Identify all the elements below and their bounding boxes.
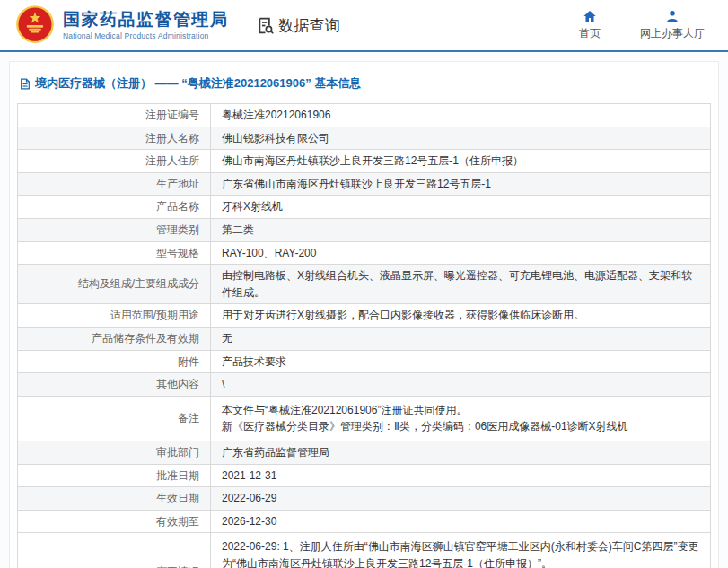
row-label: 结构及组成/主要组成成分 [18,265,211,304]
row-label: 注册证编号 [18,104,211,127]
national-emblem-icon [15,5,55,45]
row-value: 粤械注准20212061906 [211,104,711,127]
row-value: RAY-100、RAY-200 [211,241,711,265]
table-row: 变更情况2022-06-29: 1、注册人住所由“佛山市南海区狮山镇官窑平塘工业… [18,533,711,568]
row-label: 型号规格 [18,241,211,265]
content-panel: 境内医疗器械（注册） —— “粤械注准20212061906” 基本信息 注册证… [9,61,719,568]
agency-name-zh: 国家药品监督管理局 [63,10,229,30]
table-row: 附件产品技术要求 [18,350,711,373]
site-header: 国家药品监督管理局 National Medical Products Admi… [0,0,728,52]
user-icon [665,9,680,23]
row-value: 2022-06-29: 1、注册人住所由“佛山市南海区狮山镇官窑平塘工业区内(永… [211,533,711,568]
header-nav: 首页 网上办事大厅 [572,9,705,41]
page-title-text: 境内医疗器械（注册） —— “粤械注准20212061906” 基本信息 [35,75,361,92]
row-value: 产品技术要求 [211,350,711,373]
row-label: 其他内容 [18,373,211,397]
agency-name: 国家药品监督管理局 National Medical Products Admi… [63,10,229,40]
data-query-label: 数据查询 [279,15,340,36]
row-value: 第二类 [211,218,711,241]
row-label: 生效日期 [18,487,211,511]
table-row: 其他内容\ [18,373,711,397]
row-value: 本文件与“粤械注准20212061906”注册证共同使用。 新《医疗器械分类目录… [211,396,711,441]
table-row: 产品储存条件及有效期无 [18,327,711,350]
row-value: 佛山市南海区丹灶镇联沙上良开发三路12号五层-1（住所申报） [211,150,711,173]
row-label: 产品储存条件及有效期 [18,327,211,350]
row-label: 产品名称 [18,196,211,219]
table-row: 适用范围/预期用途用于对牙齿进行X射线摄影，配合口内影像接收器，获得影像供临床诊… [18,304,711,328]
agency-logo: 国家药品监督管理局 National Medical Products Admi… [15,5,229,45]
home-icon [583,9,597,23]
row-label: 备注 [18,396,211,441]
row-value: 牙科X射线机 [211,196,711,219]
row-value: 2022-06-29 [211,487,711,511]
row-label: 生产地址 [18,172,211,196]
row-label: 审批部门 [18,441,211,464]
table-row: 备注本文件与“粤械注准20212061906”注册证共同使用。 新《医疗器械分类… [18,396,711,441]
nav-service-hall-label: 网上办事大厅 [640,26,705,41]
table-row: 注册人名称佛山锐影科技有限公司 [18,127,711,150]
row-label: 附件 [18,350,211,373]
nav-home-label: 首页 [579,26,601,41]
row-label: 适用范围/预期用途 [18,304,211,328]
table-row: 生效日期2022-06-29 [18,487,711,511]
row-value: 广东省佛山市南海区丹灶镇联沙上良开发三路12号五层-1 [211,172,711,196]
table-row: 注册证编号粤械注准20212061906 [18,104,711,127]
table-row: 有效期至2026-12-30 [18,510,711,533]
table-row: 注册人住所佛山市南海区丹灶镇联沙上良开发三路12号五层-1（住所申报） [18,150,711,173]
row-label: 变更情况 [18,533,211,568]
row-label: 管理类别 [18,218,211,241]
file-icon [20,78,31,90]
data-query-nav[interactable]: 数据查询 [256,15,340,36]
row-value: 2021-12-31 [211,464,711,487]
table-row: 批准日期2021-12-31 [18,464,711,487]
table-row: 结构及组成/主要组成成分由控制电路板、X射线组合机头、液晶显示屏、曝光遥控器、可… [18,265,711,304]
registration-info-table: 注册证编号粤械注准20212061906注册人名称佛山锐影科技有限公司注册人住所… [17,103,711,568]
nav-home[interactable]: 首页 [572,9,608,41]
table-row: 生产地址广东省佛山市南海区丹灶镇联沙上良开发三路12号五层-1 [18,172,711,196]
row-label: 批准日期 [18,464,211,487]
agency-name-en: National Medical Products Administration [63,31,229,40]
table-row: 审批部门广东省药品监督管理局 [18,441,711,464]
row-value: 用于对牙齿进行X射线摄影，配合口内影像接收器，获得影像供临床诊断用。 [211,304,711,328]
info-table-body: 注册证编号粤械注准20212061906注册人名称佛山锐影科技有限公司注册人住所… [18,104,711,568]
row-label: 注册人名称 [18,127,211,150]
row-value: 2026-12-30 [211,510,711,533]
row-value: \ [211,373,711,397]
table-row: 型号规格RAY-100、RAY-200 [18,241,711,265]
row-label: 注册人住所 [18,150,211,173]
row-value: 佛山锐影科技有限公司 [211,127,711,150]
row-value: 广东省药品监督管理局 [211,441,711,464]
table-row: 管理类别第二类 [18,218,711,241]
row-value: 无 [211,327,711,350]
document-search-icon [256,16,275,35]
row-label: 有效期至 [18,510,211,533]
nav-service-hall[interactable]: 网上办事大厅 [640,9,705,41]
table-row: 产品名称牙科X射线机 [18,196,711,219]
row-value: 由控制电路板、X射线组合机头、液晶显示屏、曝光遥控器、可充电锂电池、电源适配器、… [211,265,711,304]
page-title: 境内医疗器械（注册） —— “粤械注准20212061906” 基本信息 [17,70,711,103]
